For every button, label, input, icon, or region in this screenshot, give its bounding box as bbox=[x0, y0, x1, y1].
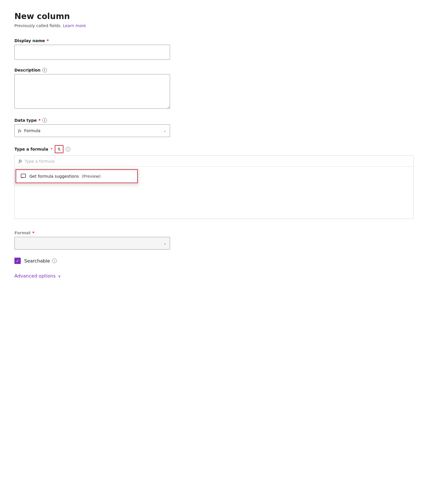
format-required-indicator: * bbox=[32, 231, 34, 235]
suggestion-dropdown: Get formula suggestions (Preview) bbox=[15, 168, 139, 184]
formula-field-group: Type a formula * ⇅ i fx Type a formula m… bbox=[14, 145, 414, 219]
format-chevron-icon: ⌄ bbox=[163, 241, 166, 245]
required-indicator: * bbox=[47, 38, 49, 43]
advanced-options-row[interactable]: Advanced options ∨ bbox=[14, 273, 414, 279]
description-input[interactable] bbox=[14, 74, 170, 109]
advanced-options-label: Advanced options bbox=[14, 273, 56, 279]
suggestion-item-get-formula[interactable]: Get formula suggestions (Preview) bbox=[16, 169, 138, 183]
display-name-label: Display name * bbox=[14, 38, 414, 43]
expand-icon: ⇅ bbox=[57, 147, 61, 151]
formula-fx-icon: fx bbox=[19, 159, 22, 164]
advanced-options-chevron-icon: ∨ bbox=[58, 274, 61, 278]
searchable-info-icon[interactable]: i bbox=[52, 258, 57, 263]
searchable-row: ✓ Searchable i bbox=[14, 258, 414, 264]
chat-bubble-icon bbox=[21, 173, 27, 179]
svg-rect-0 bbox=[21, 174, 26, 177]
suggestion-suffix: (Preview) bbox=[82, 174, 101, 179]
data-type-select[interactable]: fx Formula ⌄ bbox=[14, 124, 170, 137]
display-name-field: Display name * bbox=[14, 38, 414, 60]
formula-top-bar: fx Type a formula bbox=[15, 156, 413, 167]
formula-box: fx Type a formula menu to create it with… bbox=[14, 155, 414, 219]
data-type-chevron-icon: ⌄ bbox=[163, 129, 166, 133]
suggestion-label: Get formula suggestions bbox=[29, 174, 79, 179]
formula-label-row: Type a formula * ⇅ i bbox=[14, 145, 414, 153]
format-select[interactable]: ⌄ bbox=[14, 237, 170, 250]
required-indicator: * bbox=[38, 118, 40, 123]
data-type-field: Data type * i fx Formula ⌄ bbox=[14, 118, 414, 137]
format-select-wrapper: ⌄ bbox=[14, 237, 170, 250]
formula-wrapper: fx Type a formula menu to create it with… bbox=[14, 155, 414, 219]
description-label: Description i bbox=[14, 68, 414, 72]
data-type-value: Formula bbox=[24, 128, 41, 133]
description-info-icon[interactable]: i bbox=[42, 68, 47, 72]
subtitle: Previously called fields. Learn more bbox=[14, 23, 414, 28]
formula-label: Type a formula bbox=[14, 147, 48, 151]
description-field: Description i bbox=[14, 68, 414, 110]
format-field-group: Format * ⌄ bbox=[14, 231, 414, 250]
page-title: New column bbox=[14, 12, 414, 21]
searchable-label: Searchable i bbox=[24, 258, 57, 264]
learn-more-link[interactable]: Learn more bbox=[63, 23, 86, 28]
data-type-select-wrapper: fx Formula ⌄ bbox=[14, 124, 170, 137]
display-name-input[interactable] bbox=[14, 45, 170, 60]
checkbox-checkmark: ✓ bbox=[16, 259, 19, 263]
formula-expand-button[interactable]: ⇅ bbox=[55, 145, 63, 153]
fx-icon: fx bbox=[18, 128, 21, 133]
formula-required-indicator: * bbox=[50, 147, 52, 151]
formula-info-icon[interactable]: i bbox=[66, 147, 70, 151]
data-type-info-icon[interactable]: i bbox=[42, 118, 47, 123]
data-type-label: Data type * i bbox=[14, 118, 414, 123]
searchable-checkbox[interactable]: ✓ bbox=[14, 258, 21, 264]
format-label: Format * bbox=[14, 231, 414, 235]
formula-placeholder: Type a formula bbox=[25, 159, 55, 164]
